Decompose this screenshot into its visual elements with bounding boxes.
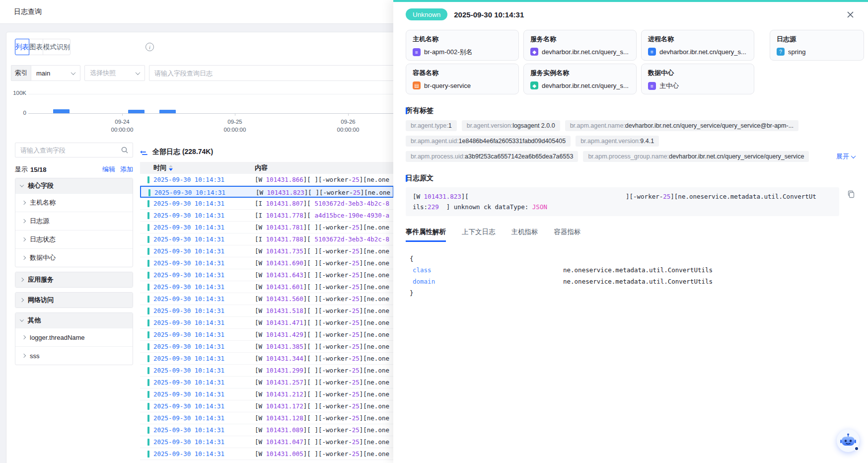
log-row[interactable]: 2025-09-30 10:14:31[W 101431.735][ ][-wo… [140, 245, 394, 257]
field-item-0-3[interactable]: 数据中心 [15, 248, 133, 267]
detail-tab-3[interactable]: 容器指标 [554, 228, 581, 242]
log-row[interactable]: 2025-09-30 10:14:31[W 101431.781][ ][-wo… [140, 222, 394, 233]
tag-pill[interactable]: br.apm.process_group.name:devharbor.ibr.… [583, 151, 809, 162]
chevron-right-icon [22, 335, 26, 339]
log-row[interactable]: 2025-09-30 10:14:31[W 101431.385][ ][-wo… [140, 341, 394, 353]
view-tab-0[interactable]: 列表 [15, 39, 29, 55]
field-group-header-0[interactable]: 核心字段 [15, 178, 133, 193]
field-item-label: 数据中心 [30, 253, 56, 262]
field-item-0-0[interactable]: 主机名称 [15, 193, 133, 212]
chart-plot[interactable]: 09-2400:00:0009-2500:00:0009-2600:00:00 [28, 82, 394, 138]
log-row[interactable]: 2025-09-30 10:14:31[W 101431.257][ ][-wo… [140, 377, 394, 388]
row-time: 2025-09-30 10:14:31 [153, 390, 224, 398]
gridline-100k [28, 94, 394, 94]
field-item-0-1[interactable]: 日志源 [15, 212, 133, 230]
json-value: ne.oneservice.metadata.util.ConvertUtils [563, 276, 713, 287]
field-item-3-0[interactable]: logger.threadName [15, 328, 133, 346]
log-row[interactable]: 2025-09-30 10:14:31[W 101431.344][ ][-wo… [140, 353, 394, 365]
field-group-label: 网络访问 [28, 296, 54, 305]
log-row[interactable]: 2025-09-30 10:14:31[W 101431.823][ ][-wo… [140, 186, 394, 198]
detail-tab-0[interactable]: 事件属性解析 [406, 228, 446, 242]
log-row[interactable]: 2025-09-30 10:14:31[W 101431.866][ ][-wo… [140, 174, 394, 186]
view-tab-1[interactable]: 图表 [29, 39, 43, 55]
chevron-right-icon [22, 354, 26, 358]
field-group-label: 其他 [28, 316, 41, 325]
field-search-input[interactable] [15, 147, 121, 154]
service-instance-icon: ◆ [530, 81, 538, 89]
field-group-header-1[interactable]: 应用服务 [15, 272, 133, 287]
tag-rows: br.agent.type:1br.agent.version:logsagen… [406, 120, 855, 162]
log-row[interactable]: 2025-09-30 10:14:31[W 101431.601][ ][-wo… [140, 281, 394, 293]
tag-row-0: br.agent.type:1br.agent.version:logsagen… [406, 120, 855, 131]
log-row[interactable]: 2025-09-30 10:14:31[W 101431.212][ ][-wo… [140, 388, 394, 400]
row-time: 2025-09-30 10:14:31 [153, 247, 224, 255]
detail-tab-1[interactable]: 上下文日志 [462, 228, 496, 242]
add-fields-link[interactable]: 添加 [120, 165, 133, 174]
chevron-right-icon [22, 237, 26, 241]
close-icon[interactable] [846, 10, 855, 19]
log-row[interactable]: 2025-09-30 10:14:31[W 101431.047][ ][-wo… [140, 436, 394, 448]
log-row[interactable]: 2025-09-30 10:14:31[I 101431.807][ 51036… [140, 198, 394, 210]
service-icon: ◆ [530, 48, 538, 56]
row-content: [W 101431.690][ ][-worker-25][ne.one [255, 259, 394, 267]
field-item-3-1[interactable]: sss [15, 346, 133, 365]
log-row[interactable]: 2025-09-30 10:14:31[W 101431.560][ ][-wo… [140, 293, 394, 305]
histogram-bar-1[interactable] [128, 110, 145, 113]
chevron-down-icon [20, 183, 24, 187]
row-time: 2025-09-30 10:14:31 [153, 307, 224, 314]
edit-fields-link[interactable]: 编辑 [102, 165, 115, 174]
field-group-header-3[interactable]: 其他 [15, 313, 133, 328]
tag-pill[interactable]: br.apm.agent.uid:1e8486b4e6fa2605331fabd… [406, 136, 571, 147]
row-level-marker [147, 403, 149, 410]
detail-tab-2[interactable]: 主机指标 [511, 228, 538, 242]
log-row[interactable]: 2025-09-30 10:14:31[W 101431.089][ ][-wo… [140, 424, 394, 436]
row-content: [W 101431.781][ ][-worker-25][ne.one [255, 224, 394, 231]
log-row[interactable]: 2025-09-30 10:14:31[W 101431.518][ ][-wo… [140, 305, 394, 317]
field-group-1: 应用服务 [15, 272, 133, 288]
tag-pill[interactable]: br.agent.type:1 [406, 120, 457, 131]
expand-tags-link[interactable]: 展开 [836, 152, 855, 161]
row-time: 2025-09-30 10:14:31 [153, 402, 224, 410]
field-item-0-2[interactable]: 日志状态 [15, 230, 133, 248]
index-select[interactable]: main [31, 65, 80, 81]
row-content: [W 101431.823][ ][-worker-25][ne.one [256, 189, 393, 196]
row-level-marker [147, 415, 149, 422]
row-time: 2025-09-30 10:14:31 [154, 189, 225, 196]
chevron-right-icon [22, 219, 26, 223]
log-row[interactable]: 2025-09-30 10:14:31[W 101431.690][ ][-wo… [140, 257, 394, 269]
tag-pill[interactable]: br.apm.agent.version:9.4.1 [576, 136, 659, 147]
x-tick-label-2: 09-2600:00:00 [328, 118, 368, 134]
meta-card-text: br-apm-002-别名 [424, 48, 473, 57]
histogram-bar-0[interactable] [53, 109, 70, 113]
log-row[interactable]: 2025-09-30 10:14:31[W 101431.643][ ][-wo… [140, 269, 394, 281]
view-tab-2[interactable]: 模式识别 [43, 39, 71, 55]
field-item-label: logger.threadName [30, 334, 85, 341]
copy-icon[interactable] [847, 190, 855, 200]
row-level-marker [147, 427, 149, 434]
log-row[interactable]: 2025-09-30 10:14:31[W 101431.005][ ][-wo… [140, 448, 394, 460]
info-icon[interactable]: i [145, 43, 154, 51]
tag-pill[interactable]: br.apm.agent.name:devharbor.ibr.net.cn/q… [565, 120, 798, 131]
field-group-header-2[interactable]: 网络访问 [15, 293, 133, 308]
row-level-marker [147, 451, 149, 458]
log-row[interactable]: 2025-09-30 10:14:31[W 101431.172][ ][-wo… [140, 400, 394, 412]
log-row[interactable]: 2025-09-30 10:14:31[W 101431.429][ ][-wo… [140, 329, 394, 341]
log-row[interactable]: 2025-09-30 10:14:31[I 101431.788][ 51036… [140, 233, 394, 245]
histogram-bar-2[interactable] [159, 110, 176, 113]
log-row[interactable]: 2025-09-30 10:14:31[W 101431.299][ ][-wo… [140, 365, 394, 377]
row-level-marker [147, 284, 149, 291]
snapshot-select[interactable]: 选择快照 [84, 65, 145, 81]
log-row[interactable]: 2025-09-30 10:14:31[I 101431.778][ a4d15… [140, 210, 394, 222]
tag-pill[interactable]: br.agent.version:logsagent 2.0.0 [462, 120, 560, 131]
log-row[interactable]: 2025-09-30 10:14:31[W 101431.128][ ][-wo… [140, 412, 394, 424]
row-time: 2025-09-30 10:14:31 [153, 319, 224, 326]
meta-card-text: 主中心 [659, 81, 679, 90]
ai-assistant-button[interactable] [837, 429, 860, 452]
row-level-marker [147, 355, 149, 362]
tag-pill[interactable]: br.apm.process.uid:a3b9f253ca6557142ea6b… [406, 151, 578, 162]
meta-card-label: 主机名称 [413, 35, 512, 44]
search-icon[interactable] [121, 147, 128, 154]
row-level-marker [147, 439, 149, 446]
sort-time-control[interactable] [169, 165, 173, 171]
log-row[interactable]: 2025-09-30 10:14:31[W 101431.471][ ][-wo… [140, 317, 394, 329]
